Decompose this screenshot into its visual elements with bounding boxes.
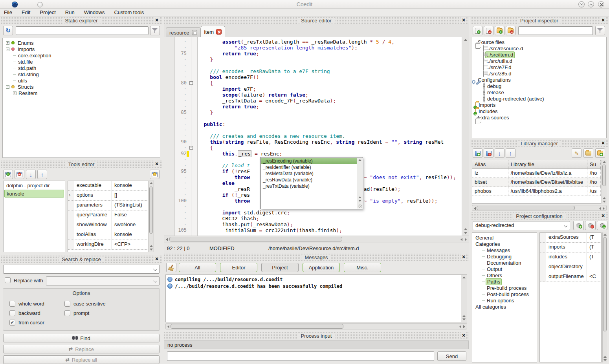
menu-edit[interactable]: Edit: [22, 9, 30, 15]
unchecked-checkbox-icon[interactable]: [64, 310, 70, 316]
fold-collapse-icon[interactable]: −: [189, 81, 193, 85]
fold-collapse-icon[interactable]: −: [189, 146, 193, 150]
property-value[interactable]: konsole: [112, 230, 148, 240]
property-row[interactable]: imports(T: [540, 243, 601, 252]
tree-item[interactable]: +ResItem: [4, 90, 159, 96]
tree-item[interactable]: −Structs: [4, 84, 159, 90]
remove-tool-button[interactable]: −: [15, 170, 24, 179]
checked-checkbox-icon[interactable]: ✓: [9, 320, 15, 326]
maximize-button[interactable]: [588, 1, 594, 7]
move-down-button[interactable]: ↓: [26, 170, 36, 179]
property-row[interactable]: workingDire<CFP>: [68, 240, 148, 250]
tool-list-item[interactable]: dolphin - project dir: [4, 182, 64, 190]
replace-term-combo[interactable]: [46, 276, 160, 285]
tree-item[interactable]: +Enums: [4, 40, 159, 46]
tree-item[interactable]: Messages: [473, 247, 536, 253]
tab-close-button[interactable]: [216, 29, 222, 35]
tree-item[interactable]: std.string: [4, 71, 159, 77]
editor-tab-item[interactable]: item: [201, 26, 226, 37]
editor-fold-bar[interactable]: −−: [189, 37, 198, 236]
property-value[interactable]: []: [112, 191, 148, 200]
property-row[interactable]: includes(T: [540, 252, 601, 262]
property-row[interactable]: ›options[]: [68, 191, 148, 201]
column-header[interactable]: Su: [587, 160, 601, 168]
replace-all-button[interactable]: ⇄ Replace all: [3, 355, 160, 364]
remove-library-button[interactable]: −: [484, 148, 493, 158]
tree-item[interactable]: →Includes: [473, 108, 605, 114]
tree-item[interactable]: Debugging: [473, 253, 536, 260]
option-checkbox-whole-word[interactable]: whole word: [9, 299, 64, 308]
property-row[interactable]: showWindowswoNone: [68, 220, 148, 230]
close-panel-icon[interactable]: ×: [461, 332, 466, 338]
property-row[interactable]: queryParameFalse: [68, 210, 148, 220]
tree-item[interactable]: Documentation: [473, 260, 536, 266]
tree-item[interactable]: debug-redirected (active): [473, 95, 605, 102]
send-button[interactable]: Send: [437, 351, 466, 361]
move-up-button[interactable]: ↑: [506, 148, 515, 158]
menu-file[interactable]: File: [4, 9, 12, 15]
tree-item[interactable]: ../src/item.d: [473, 51, 605, 58]
tree-item[interactable]: Pre-build process: [473, 285, 536, 291]
close-panel-icon[interactable]: ×: [600, 212, 606, 219]
filter-button-misc[interactable]: Misc.: [344, 263, 381, 272]
property-value[interactable]: swoNone: [112, 220, 148, 230]
resize-grip-icon[interactable]: [358, 204, 362, 208]
property-value[interactable]: [587, 262, 601, 272]
editor-vscrollbar[interactable]: [462, 37, 469, 236]
property-value[interactable]: (T: [587, 233, 601, 242]
collapse-icon[interactable]: −: [6, 48, 9, 51]
editor-tab-resource[interactable]: resource: [166, 27, 201, 37]
symbol-filter-input[interactable]: [16, 26, 149, 35]
remove-folder-button[interactable]: −: [506, 26, 515, 35]
add-configuration-button[interactable]: +: [573, 221, 584, 230]
filter-button-all[interactable]: All: [179, 263, 216, 272]
unchecked-checkbox-icon[interactable]: [64, 301, 70, 307]
tree-item[interactable]: Output: [473, 266, 536, 272]
completion-item[interactable]: _resEncoding (variable): [261, 158, 357, 164]
tree-item[interactable]: Configurations: [473, 77, 605, 83]
filter-button-editor[interactable]: Editor: [220, 263, 257, 272]
tree-item[interactable]: Categories: [473, 241, 536, 247]
popup-vscrollbar[interactable]: [357, 158, 362, 209]
add-source-button[interactable]: +: [473, 26, 482, 35]
completion-item[interactable]: _resIdentifier (variable): [261, 164, 357, 170]
completion-item[interactable]: _resMetaData (variable): [261, 170, 357, 177]
library-row[interactable]: phobos/usr/lib64/libphobos2.a/us: [472, 187, 601, 196]
inspector-filter-input[interactable]: [518, 26, 593, 35]
configuration-select[interactable]: debug-redirected: [473, 221, 570, 230]
property-row[interactable]: toolAliaskonsole: [68, 230, 148, 240]
move-up-button[interactable]: ↑: [37, 170, 47, 179]
tree-item[interactable]: std.file: [4, 59, 159, 65]
option-checkbox-backward[interactable]: backward: [9, 308, 64, 318]
library-row[interactable]: bitset/home/basile/Dev/Bitset/lib/bitse/…: [472, 178, 601, 187]
close-panel-icon[interactable]: ×: [461, 17, 466, 23]
property-value[interactable]: <C: [587, 272, 601, 282]
menu-run[interactable]: Run: [65, 9, 75, 15]
property-row[interactable]: objectDirectory: [540, 262, 601, 272]
message-line[interactable]: i/.../build/resource.d.coedit has been s…: [167, 283, 460, 289]
move-down-button[interactable]: ↓: [495, 148, 504, 158]
messages-vscrollbar[interactable]: [461, 275, 467, 322]
property-value[interactable]: (T: [587, 243, 601, 252]
tree-item[interactable]: core.exception: [4, 52, 159, 59]
property-value[interactable]: konsole: [112, 181, 148, 190]
tree-item[interactable]: ../src/utils.d: [473, 58, 605, 64]
library-row[interactable]: iz/home/basile/Dev/Iz/lib/iz.a/ho: [472, 169, 601, 178]
property-row[interactable]: outputFilename<C: [540, 272, 601, 282]
tree-item[interactable]: debug: [473, 83, 605, 89]
expand-icon[interactable]: +: [6, 41, 9, 45]
tree-item[interactable]: release: [473, 89, 605, 95]
tree-item[interactable]: utils: [4, 77, 159, 84]
unchecked-checkbox-icon[interactable]: [9, 301, 15, 307]
property-value[interactable]: (T: [587, 252, 601, 262]
tool-list-item[interactable]: konsole: [4, 190, 64, 198]
close-panel-icon[interactable]: ×: [600, 140, 606, 146]
add-folder-button[interactable]: +: [495, 26, 504, 35]
unchecked-checkbox-icon[interactable]: [9, 310, 15, 316]
column-header[interactable]: Library file: [508, 160, 587, 168]
remove-configuration-button[interactable]: −: [585, 221, 596, 230]
tree-item[interactable]: ../src/e7F.d: [473, 64, 605, 70]
editor-hscrollbar[interactable]: [164, 236, 469, 243]
message-line[interactable]: icompiling /.../build/resource.d.coedit: [167, 276, 460, 283]
property-row[interactable]: executablekonsole: [68, 181, 148, 191]
